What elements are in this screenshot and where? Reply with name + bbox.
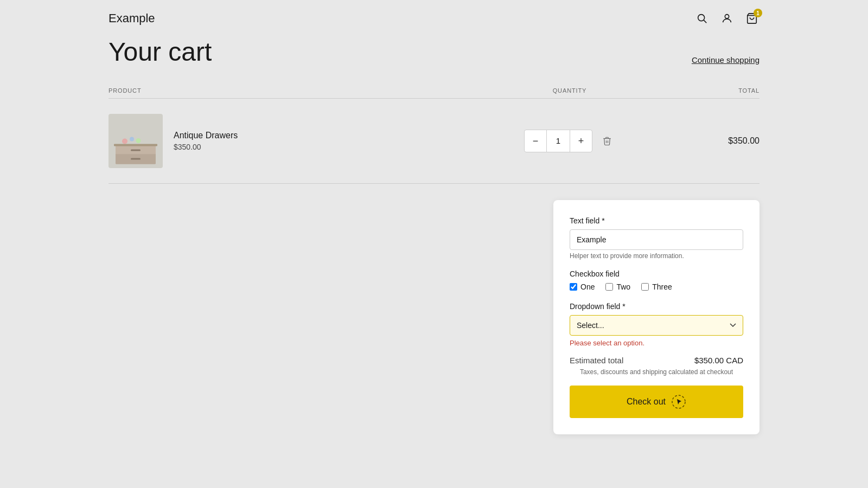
checkbox-two-text: Two bbox=[616, 282, 630, 291]
svg-point-10 bbox=[130, 137, 134, 142]
checkbox-group: One Two Three bbox=[570, 282, 743, 291]
checkbox-field-label: Checkbox field bbox=[570, 269, 743, 278]
svg-point-2 bbox=[725, 15, 729, 18]
cart-badge: 1 bbox=[754, 9, 762, 17]
page-title-row: Your cart Continue shopping bbox=[108, 31, 760, 83]
cart-icon[interactable]: 1 bbox=[744, 11, 760, 26]
svg-rect-12 bbox=[114, 144, 157, 146]
search-icon[interactable] bbox=[694, 11, 710, 26]
svg-point-9 bbox=[122, 139, 127, 144]
checkout-button-label: Check out bbox=[627, 397, 666, 407]
svg-point-11 bbox=[136, 138, 141, 143]
checkbox-one-label[interactable]: One bbox=[570, 282, 595, 291]
continue-shopping-link[interactable]: Continue shopping bbox=[692, 55, 760, 67]
svg-point-0 bbox=[698, 15, 705, 21]
checkbox-two-label[interactable]: Two bbox=[605, 282, 630, 291]
header: Example 1 bbox=[108, 0, 760, 31]
bottom-section: Text field * Helper text to provide more… bbox=[108, 200, 760, 434]
svg-rect-8 bbox=[131, 158, 141, 160]
checkbox-one-text: One bbox=[580, 282, 595, 291]
dropdown-select[interactable]: Select... Option 1 Option 2 Option 3 bbox=[570, 315, 743, 336]
logo: Example bbox=[108, 11, 155, 25]
account-icon[interactable] bbox=[719, 11, 735, 26]
quantity-increase-button[interactable]: + bbox=[570, 130, 592, 152]
helper-text: Helper text to provide more information. bbox=[570, 252, 743, 260]
delete-item-button[interactable] bbox=[599, 133, 615, 149]
col-product-header: PRODUCT bbox=[108, 87, 488, 94]
product-price: $350.00 bbox=[174, 143, 238, 151]
order-summary-panel: Text field * Helper text to provide more… bbox=[553, 200, 760, 434]
estimated-total-value: $350.00 CAD bbox=[694, 356, 743, 365]
svg-rect-7 bbox=[131, 150, 141, 151]
dropdown-field-label: Dropdown field * bbox=[570, 302, 743, 311]
header-icons: 1 bbox=[694, 11, 760, 26]
col-total-header: TOTAL bbox=[651, 87, 760, 94]
product-image bbox=[108, 114, 163, 168]
checkbox-three-text: Three bbox=[652, 282, 672, 291]
quantity-decrease-button[interactable]: − bbox=[525, 130, 546, 152]
product-name: Antique Drawers bbox=[174, 131, 238, 140]
text-field-input[interactable] bbox=[570, 229, 743, 250]
text-field-label: Text field * bbox=[570, 216, 743, 225]
estimated-total-label: Estimated total bbox=[570, 356, 623, 365]
estimated-total-row: Estimated total $350.00 CAD bbox=[570, 356, 743, 365]
cursor-icon bbox=[671, 394, 686, 409]
checkbox-one[interactable] bbox=[570, 283, 577, 291]
checkbox-three-label[interactable]: Three bbox=[641, 282, 672, 291]
page-title: Your cart bbox=[108, 37, 212, 67]
cart-item-row: Antique Drawers $350.00 − 1 + $350.00 bbox=[108, 99, 760, 184]
quantity-cell: − 1 + bbox=[488, 130, 651, 152]
svg-line-1 bbox=[704, 20, 706, 23]
taxes-note: Taxes, discounts and shipping calculated… bbox=[570, 368, 743, 376]
item-total: $350.00 bbox=[651, 136, 760, 146]
checkbox-two[interactable] bbox=[605, 283, 613, 291]
col-quantity-header: QUANTITY bbox=[488, 87, 651, 94]
quantity-value: 1 bbox=[546, 130, 570, 152]
cart-table-header: PRODUCT QUANTITY TOTAL bbox=[108, 83, 760, 99]
quantity-control: − 1 + bbox=[524, 130, 592, 152]
product-cell: Antique Drawers $350.00 bbox=[108, 114, 488, 168]
checkout-button[interactable]: Check out bbox=[570, 386, 743, 418]
dropdown-error: Please select an option. bbox=[570, 339, 743, 347]
checkbox-three[interactable] bbox=[641, 283, 649, 291]
product-info: Antique Drawers $350.00 bbox=[174, 131, 238, 151]
